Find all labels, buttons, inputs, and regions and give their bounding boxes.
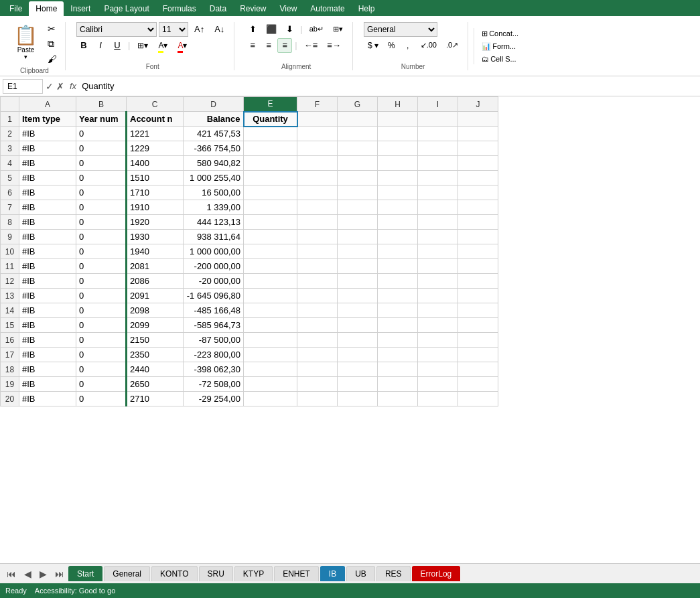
cell[interactable]: 0 [76, 141, 127, 156]
cell[interactable] [378, 112, 418, 127]
bold-button[interactable]: B [76, 38, 91, 53]
cell[interactable]: 0 [76, 303, 127, 318]
cell[interactable]: 0 [76, 244, 127, 259]
formula-input[interactable] [82, 81, 697, 91]
cell[interactable] [418, 215, 458, 230]
cell[interactable]: -1 645 096,80 [184, 289, 244, 303]
wrap-text-button[interactable]: ab↵ [305, 22, 328, 37]
tab-page-layout[interactable]: Page Layout [97, 1, 155, 16]
cell[interactable] [458, 348, 498, 362]
sheet-tab-sru[interactable]: SRU [199, 566, 233, 581]
cell[interactable] [378, 318, 418, 333]
cell[interactable] [297, 244, 338, 259]
font-size-select[interactable]: 11 [159, 22, 188, 37]
cell[interactable] [244, 259, 297, 274]
cell[interactable]: #IB [19, 392, 76, 406]
cell[interactable]: #IB [19, 156, 76, 171]
cell[interactable] [297, 112, 338, 127]
cell[interactable]: 0 [76, 348, 127, 362]
cell[interactable]: 1400 [127, 156, 184, 171]
cell[interactable] [378, 303, 418, 318]
cell[interactable] [244, 392, 297, 406]
col-header-A[interactable]: A [19, 97, 76, 112]
cell[interactable]: #IB [19, 171, 76, 185]
cell[interactable] [378, 127, 418, 141]
cell[interactable]: -366 754,50 [184, 141, 244, 156]
paste-button[interactable]: 📋 Paste ▾ [9, 22, 42, 62]
cell[interactable] [244, 333, 297, 348]
cell[interactable] [244, 171, 297, 185]
cell[interactable]: -223 800,00 [184, 348, 244, 362]
cell[interactable] [418, 244, 458, 259]
cell[interactable] [297, 185, 338, 200]
cell[interactable] [338, 303, 378, 318]
cell[interactable] [378, 392, 418, 406]
cell[interactable]: 1229 [127, 141, 184, 156]
cell[interactable]: #IB [19, 289, 76, 303]
cell[interactable] [458, 141, 498, 156]
cell[interactable] [244, 185, 297, 200]
cell[interactable]: 2098 [127, 303, 184, 318]
align-right-button[interactable]: ≡ [277, 38, 292, 53]
row-header-19[interactable]: 19 [1, 377, 19, 392]
cell[interactable]: -485 166,48 [184, 303, 244, 318]
col-header-J[interactable]: J [458, 97, 498, 112]
row-header-1[interactable]: 1 [1, 112, 19, 127]
cell[interactable]: 0 [76, 185, 127, 200]
cell[interactable] [338, 141, 378, 156]
comma-button[interactable]: , [401, 38, 415, 53]
align-center-button[interactable]: ≡ [261, 38, 276, 53]
cell[interactable]: 0 [76, 392, 127, 406]
cut-button[interactable]: ✂ [45, 22, 60, 35]
row-header-15[interactable]: 15 [1, 318, 19, 333]
row-header-12[interactable]: 12 [1, 274, 19, 289]
cell[interactable]: 2650 [127, 377, 184, 392]
cell[interactable]: 2099 [127, 318, 184, 333]
cell[interactable] [338, 274, 378, 289]
cell[interactable] [297, 289, 338, 303]
col-header-B[interactable]: B [76, 97, 127, 112]
cell[interactable]: #IB [19, 259, 76, 274]
cell[interactable]: #IB [19, 333, 76, 348]
sheet-tab-res[interactable]: RES [376, 566, 411, 581]
row-header-17[interactable]: 17 [1, 348, 19, 362]
cell[interactable]: #IB [19, 274, 76, 289]
cell[interactable]: #IB [19, 127, 76, 141]
cell[interactable]: 0 [76, 274, 127, 289]
cell[interactable] [338, 185, 378, 200]
cell[interactable] [244, 289, 297, 303]
cell[interactable]: 580 940,82 [184, 156, 244, 171]
decrease-decimal-button[interactable]: ↙.00 [417, 38, 441, 53]
cell[interactable]: 0 [76, 289, 127, 303]
sheet-nav-right-right[interactable]: ⏭ [51, 569, 68, 579]
cell[interactable]: 16 500,00 [184, 185, 244, 200]
cell[interactable] [244, 230, 297, 244]
cell[interactable] [297, 333, 338, 348]
cell[interactable] [244, 303, 297, 318]
cell[interactable] [338, 215, 378, 230]
sheet-tab-enhet[interactable]: ENHET [274, 566, 319, 581]
col-header-I[interactable]: I [418, 97, 458, 112]
cell[interactable] [338, 362, 378, 377]
cell[interactable]: 0 [76, 215, 127, 230]
cell[interactable] [297, 362, 338, 377]
formula-checkmark-icon[interactable]: ✓ [46, 81, 54, 92]
cell[interactable] [458, 259, 498, 274]
format-painter-button[interactable]: 🖌 [45, 52, 60, 66]
cell[interactable] [458, 377, 498, 392]
cell[interactable] [244, 348, 297, 362]
cell[interactable] [297, 259, 338, 274]
cell[interactable] [338, 244, 378, 259]
cell[interactable]: 0 [76, 318, 127, 333]
cell[interactable]: 1510 [127, 171, 184, 185]
cell[interactable]: 0 [76, 171, 127, 185]
sheet-tab-ub[interactable]: UB [346, 566, 375, 581]
cell[interactable] [378, 156, 418, 171]
cell[interactable] [458, 274, 498, 289]
cell[interactable]: #IB [19, 215, 76, 230]
cell[interactable] [338, 171, 378, 185]
cell[interactable] [378, 348, 418, 362]
cell[interactable]: 1 000 255,40 [184, 171, 244, 185]
cell[interactable]: 1710 [127, 185, 184, 200]
cell[interactable] [244, 127, 297, 141]
